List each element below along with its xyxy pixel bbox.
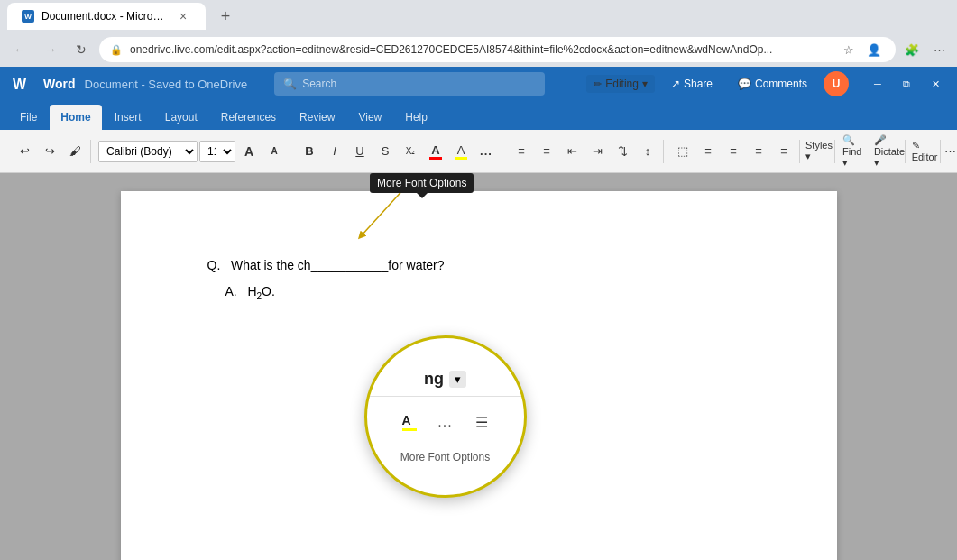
tab-title: Document.docx - Microsoft Wor... — [41, 10, 168, 23]
redo-button[interactable]: ↪ — [38, 140, 61, 163]
back-button[interactable]: ← — [7, 37, 32, 62]
address-actions: ☆ 👤 — [838, 39, 885, 60]
italic-button[interactable]: I — [323, 140, 346, 163]
circle-selected-text: ng — [424, 370, 444, 389]
editor-button[interactable]: ✎ Editor — [913, 140, 936, 163]
tab-layout[interactable]: Layout — [154, 105, 208, 130]
undo-button[interactable]: ↩ — [13, 140, 36, 163]
restore-button[interactable]: ⧉ — [894, 71, 919, 96]
window-controls: ─ ⧉ ✕ — [865, 71, 948, 96]
sort-button[interactable]: ⇅ — [611, 140, 634, 163]
browser-tab-bar: W Document.docx - Microsoft Wor... × + — [0, 0, 957, 32]
format-section: B I U S X₂ A A ... — [294, 140, 502, 163]
voice-section: 🎤 Dictate ▾ — [874, 140, 906, 163]
decrease-font-button[interactable]: A — [262, 140, 286, 163]
increase-font-button[interactable]: A — [237, 140, 261, 163]
editing-dropdown-icon: ▾ — [642, 78, 648, 90]
highlight-button[interactable]: A — [449, 140, 473, 163]
address-bar[interactable]: 🔒 onedrive.live.com/edit.aspx?action=edi… — [99, 37, 896, 62]
word-app-name: Word — [43, 77, 76, 91]
find-button[interactable]: 🔍 Find ▾ — [842, 140, 866, 163]
circle-footer-label: More Font Options — [400, 447, 490, 471]
format-painter-button[interactable]: 🖌 — [63, 140, 87, 163]
comments-button[interactable]: 💬 Comments — [729, 74, 816, 94]
word-search-input[interactable] — [302, 78, 536, 90]
circle-list-button[interactable]: ☰ — [465, 406, 498, 438]
new-tab-button[interactable]: + — [213, 4, 238, 29]
tab-close-button[interactable]: × — [175, 8, 191, 24]
bullets-button[interactable]: ≡ — [510, 140, 533, 163]
svg-text:W: W — [13, 77, 27, 92]
text-direction-button[interactable]: ≡ — [772, 140, 796, 163]
word-content: Q. What is the ch___________for water? A… — [0, 173, 957, 560]
tab-view[interactable]: View — [347, 105, 392, 130]
circle-actions: A ... ☰ — [379, 397, 512, 447]
justify-button[interactable]: ≡ — [747, 140, 770, 163]
strikethrough-button[interactable]: S — [373, 140, 397, 163]
paragraph-section: ≡ ≡ ⇤ ⇥ ⇅ ↕ — [506, 140, 664, 163]
tab-references[interactable]: References — [210, 105, 287, 130]
minimize-button[interactable]: ─ — [865, 71, 890, 96]
indent-dec-button[interactable]: ⇤ — [560, 140, 584, 163]
editor-section: ✎ Editor — [909, 140, 941, 163]
tab-home[interactable]: Home — [50, 105, 101, 130]
document-area[interactable]: Q. What is the ch___________for water? A… — [0, 173, 957, 560]
document-text: Q. What is the ch___________for water? A… — [207, 256, 750, 303]
styles-section: Styles ▾ — [804, 140, 835, 163]
editing-label: Editing — [605, 78, 639, 90]
comments-label: Comments — [755, 78, 807, 90]
editing-button[interactable]: ✏ Editing ▾ — [586, 75, 655, 93]
forward-button[interactable]: → — [38, 37, 63, 62]
word-logo: W — [9, 71, 34, 96]
more-ribbon-button[interactable]: ⋯ — [944, 140, 956, 163]
circle-more-button[interactable]: ... — [429, 406, 462, 438]
styles-button[interactable]: Styles ▾ — [807, 140, 831, 163]
font-size-select[interactable]: 11 — [199, 141, 235, 162]
star-button[interactable]: ☆ — [838, 39, 860, 60]
numbering-button[interactable]: ≡ — [535, 140, 558, 163]
font-family-select[interactable]: Calibri (Body) — [98, 141, 198, 162]
list-icon: ☰ — [475, 414, 488, 431]
search-icon: 🔍 — [283, 78, 297, 90]
tab-review[interactable]: Review — [289, 105, 345, 130]
refresh-button[interactable]: ↻ — [69, 37, 94, 62]
address-text: onedrive.live.com/edit.aspx?action=editn… — [130, 43, 831, 56]
user-avatar[interactable]: U — [824, 71, 849, 96]
more-font-tooltip: More Font Options — [370, 173, 474, 193]
subscript-button[interactable]: X₂ — [399, 140, 422, 163]
ribbon-tabs: File Home Insert Layout References Revie… — [0, 101, 957, 130]
circle-dropdown-button[interactable]: ▾ — [449, 371, 466, 388]
more-font-button[interactable]: ... — [474, 140, 498, 163]
more-options-icon: ... — [437, 414, 452, 430]
circle-font-color-button[interactable]: A — [393, 406, 426, 438]
font-color-button[interactable]: A — [424, 140, 447, 163]
question-text: Q. What is the ch___________for water? — [207, 256, 750, 275]
word-right-actions: ✏ Editing ▾ ↗ Share 💬 Comments U — [586, 71, 849, 96]
tab-help[interactable]: Help — [394, 105, 438, 130]
align-left-button[interactable]: ⬚ — [671, 140, 695, 163]
extensions-button[interactable]: 🧩 — [901, 39, 923, 60]
font-section: Calibri (Body) 11 A A — [95, 140, 290, 163]
underline-button[interactable]: U — [348, 140, 372, 163]
share-label: Share — [684, 78, 713, 90]
close-button[interactable]: ✕ — [923, 71, 948, 96]
word-search[interactable]: 🔍 — [274, 72, 545, 96]
share-button[interactable]: ↗ Share — [662, 74, 722, 94]
word-doc-name: Document - Saved to OneDrive — [85, 78, 248, 91]
tab-insert[interactable]: Insert — [104, 105, 152, 130]
dictate-button[interactable]: 🎤 Dictate ▾ — [878, 140, 901, 163]
align-center-button[interactable]: ≡ — [696, 140, 720, 163]
circle-top-bar: ng ▾ — [367, 363, 524, 397]
circle-popup: ng ▾ A — [364, 335, 527, 498]
share-icon: ↗ — [671, 78, 680, 90]
active-tab[interactable]: W Document.docx - Microsoft Wor... × — [7, 3, 206, 30]
editing-section: 🔍 Find ▾ — [839, 140, 870, 163]
align-right-button[interactable]: ≡ — [722, 140, 745, 163]
browser-menu-button[interactable]: ⋯ — [928, 39, 950, 60]
line-spacing-button[interactable]: ↕ — [636, 140, 659, 163]
tab-file[interactable]: File — [9, 105, 48, 130]
font-color-bar — [402, 428, 417, 431]
bold-button[interactable]: B — [298, 140, 321, 163]
profile-button[interactable]: 👤 — [863, 39, 885, 60]
indent-inc-button[interactable]: ⇥ — [585, 140, 609, 163]
